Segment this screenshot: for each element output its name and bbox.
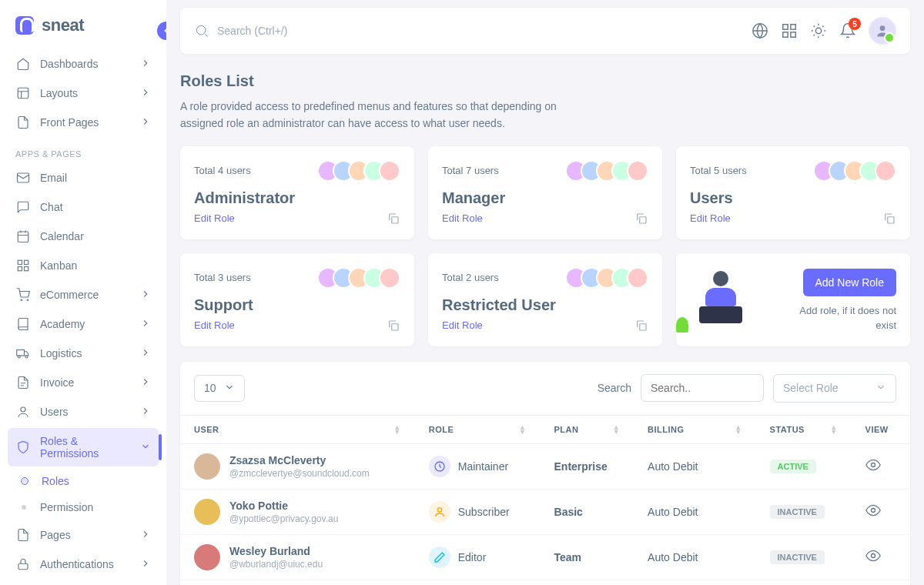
sidebar-item-roles-permissions[interactable]: Roles & Permissions [8, 428, 159, 466]
svg-rect-17 [791, 25, 795, 29]
edit-role-link[interactable]: Edit Role [442, 319, 483, 331]
copy-icon[interactable] [634, 212, 648, 226]
language-icon[interactable] [752, 22, 768, 39]
sidebar-item-chat[interactable]: Chat [0, 192, 166, 222]
col-billing[interactable]: BILLING▲▼ [634, 415, 755, 443]
role-label: Subscriber [458, 506, 510, 518]
user-name[interactable]: Yoko Pottie [229, 500, 338, 512]
sidebar-item-ecommerce[interactable]: eCommerce [0, 280, 166, 309]
billing-value: Auto Debit [634, 443, 755, 489]
theme-toggle-icon[interactable] [810, 22, 827, 39]
avatar-stack [565, 160, 648, 182]
sidebar-item-dashboards[interactable]: Dashboards [0, 49, 166, 79]
avatar-stack [317, 160, 400, 182]
svg-point-10 [18, 356, 20, 358]
nav-label: Chat [40, 201, 63, 213]
sidebar-item-users[interactable]: Users [0, 397, 166, 426]
chevron-right-icon [140, 58, 151, 71]
avatar [875, 160, 896, 182]
search-placeholder: Search (Ctrl+/) [217, 25, 287, 37]
edit-role-link[interactable]: Edit Role [194, 319, 235, 331]
notification-badge: 5 [849, 18, 861, 30]
user-name[interactable]: Wesley Burland [229, 545, 323, 557]
nav-label: eCommerce [40, 289, 99, 301]
svg-rect-26 [640, 324, 646, 330]
copy-icon[interactable] [387, 319, 400, 333]
sidebar-item-invoice[interactable]: Invoice [0, 368, 166, 397]
copy-icon[interactable] [634, 319, 648, 333]
role-label: Maintainer [458, 460, 508, 473]
sidebar-item-kanban[interactable]: Kanban [0, 251, 166, 280]
sidebar-item-authentications[interactable]: Authentications [0, 550, 166, 579]
col-user[interactable]: USER▲▼ [180, 415, 415, 443]
search-input[interactable]: Search (Ctrl+/) [194, 23, 742, 38]
view-icon[interactable] [865, 463, 881, 475]
copy-icon[interactable] [387, 212, 400, 226]
copy-icon[interactable] [882, 212, 896, 226]
svg-rect-16 [783, 25, 788, 29]
role-filter-select[interactable]: Select Role [773, 374, 896, 403]
edit-role-link[interactable]: Edit Role [690, 212, 731, 224]
nav-label: Permission [40, 501, 93, 513]
sidebar-item-permission[interactable]: Permission [0, 494, 166, 520]
nav-label: Users [40, 406, 69, 418]
sidebar-item-layouts[interactable]: Layouts [0, 79, 166, 108]
add-new-role-button[interactable]: Add New Role [803, 269, 897, 296]
billing-value: Auto Debit [634, 534, 755, 580]
role-name: Support [194, 296, 400, 314]
avatar-stack [317, 267, 400, 289]
nav-label: Logistics [40, 347, 82, 359]
main-content: Search (Ctrl+/) 5 Roles List A role prov… [166, 0, 924, 585]
page-size-select[interactable]: 10 [194, 375, 245, 402]
bullet-icon [22, 478, 28, 484]
table-row: VKVladamir Koschek@vkoschek17@abc.net.au… [180, 580, 910, 585]
user-icon [429, 501, 450, 523]
sidebar-item-academy[interactable]: Academy [0, 309, 166, 339]
invoice-icon [15, 375, 31, 390]
sidebar-item-email[interactable]: Email [0, 163, 166, 192]
chevron-right-icon [140, 406, 151, 419]
user-name[interactable]: Zsazsa McCleverty [229, 454, 370, 466]
user-email: @zmcclevertye@soundcloud.com [229, 468, 370, 479]
role-card: Total 3 usersSupportEdit Role [180, 253, 414, 346]
svg-rect-25 [392, 324, 398, 330]
col-plan[interactable]: PLAN▲▼ [541, 415, 634, 443]
col-view: VIEW [852, 415, 910, 443]
sidebar-item-calendar[interactable]: Calendar [0, 222, 166, 251]
sidebar: sneat DashboardsLayoutsFront Pages APPS … [0, 0, 166, 585]
role-card: Total 5 usersUsersEdit Role [676, 146, 910, 239]
book-icon [15, 316, 31, 332]
table-search-input[interactable] [641, 374, 764, 402]
search-label: Search [598, 382, 631, 394]
apps-grid-icon[interactable] [781, 22, 798, 39]
user-avatar-menu[interactable] [869, 17, 896, 45]
role-card: Total 4 usersAdministratorEdit Role [180, 146, 414, 239]
col-status[interactable]: STATUS▲▼ [756, 415, 852, 443]
sidebar-item-pages[interactable]: Pages [0, 520, 166, 550]
user-email: @ypottiec@privacy.gov.au [229, 513, 338, 524]
col-role[interactable]: ROLE▲▼ [415, 415, 541, 443]
brand[interactable]: sneat [0, 9, 166, 49]
user-avatar [194, 544, 220, 570]
role-label: Editor [458, 551, 487, 563]
sidebar-item-roles[interactable]: Roles [0, 468, 166, 494]
svg-rect-13 [18, 563, 28, 570]
pages-icon [15, 527, 31, 543]
edit-role-link[interactable]: Edit Role [442, 212, 483, 224]
sidebar-item-front-pages[interactable]: Front Pages [0, 108, 166, 137]
add-role-hint: Add role, if it does not exist [788, 304, 896, 332]
svg-rect-9 [17, 350, 25, 356]
plan-value: Team [541, 534, 634, 580]
view-icon[interactable] [865, 553, 881, 566]
status-badge: INACTIVE [770, 505, 825, 519]
sidebar-item-logistics[interactable]: Logistics [0, 339, 166, 368]
nav-label: Dashboards [40, 58, 99, 70]
edit-role-link[interactable]: Edit Role [194, 212, 235, 224]
svg-rect-5 [18, 267, 22, 271]
view-icon[interactable] [865, 508, 881, 520]
notifications-icon[interactable]: 5 [839, 22, 856, 39]
billing-value: Manual - Paypal [634, 580, 755, 585]
status-badge: ACTIVE [770, 460, 816, 473]
role-name: Users [690, 189, 896, 207]
svg-point-14 [196, 25, 206, 35]
